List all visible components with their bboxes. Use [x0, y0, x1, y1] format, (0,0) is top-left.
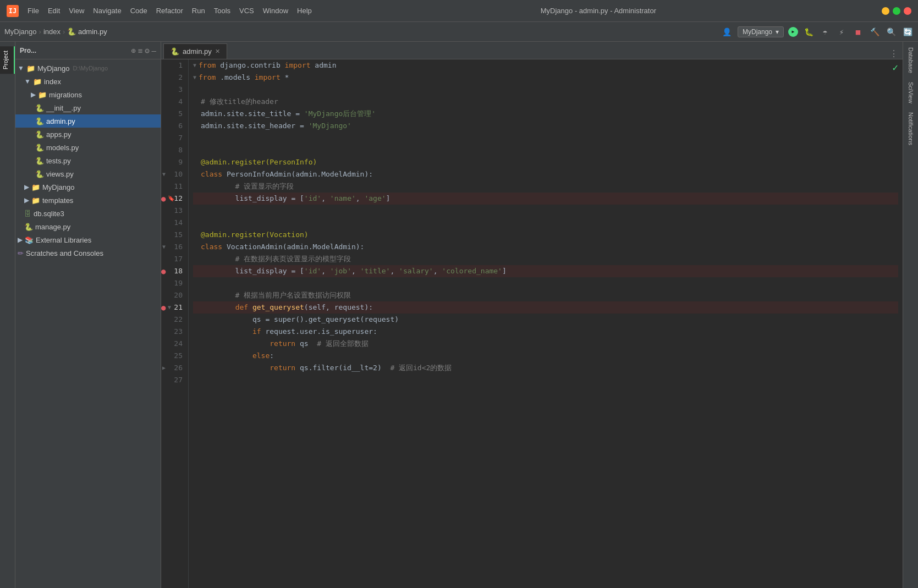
fold-icon-10[interactable]: ▼	[162, 168, 166, 180]
tree-item-templates[interactable]: ▶ 📁 templates	[15, 194, 161, 207]
token-s1: 'id'	[304, 265, 321, 277]
menu-code[interactable]: Code	[127, 6, 151, 16]
breadcrumb-file[interactable]: 🐍 admin.py	[67, 28, 107, 36]
collapse-icon[interactable]: —	[152, 46, 156, 55]
tree-item-manage[interactable]: 🐍 manage.py	[15, 220, 161, 233]
search-icon[interactable]: 🔍	[885, 26, 897, 38]
token-import: import	[285, 59, 311, 72]
close-button[interactable]	[904, 7, 911, 15]
code-line-15: @admin.register(Vocation)	[193, 229, 898, 241]
maximize-button[interactable]	[893, 7, 900, 15]
breadcrumb-sep2: ›	[63, 28, 65, 36]
run-button[interactable]	[788, 27, 798, 37]
tree-label-migrations: migrations	[49, 91, 82, 99]
fold-gutter-2: ▼	[193, 72, 196, 84]
token-plain: admin.site.site_header	[201, 120, 300, 132]
gear-icon[interactable]: ⚙	[145, 46, 149, 55]
profile2-icon[interactable]: ⚡	[835, 26, 848, 38]
breadcrumb-project[interactable]: MyDjango	[4, 28, 37, 36]
token-def: def	[235, 301, 248, 314]
sidebar-tab-project[interactable]: Project	[0, 46, 15, 74]
right-tab-database[interactable]: Database	[905, 44, 916, 76]
tree-item-index[interactable]: ▼ 📁 index	[15, 75, 161, 88]
folder-icon: 📁	[31, 183, 40, 191]
navbar-right: 👤 MyDjango ▾ 🐛 ☂ ⚡ ■ 🔨 🔍 🔄	[721, 26, 914, 38]
expand-icon: ▼	[24, 78, 31, 85]
line-num-27: 27	[161, 374, 183, 386]
tree-item-init[interactable]: 🐍 __init__.py	[15, 101, 161, 114]
stop-icon[interactable]: ■	[852, 26, 864, 38]
add-icon[interactable]: ⊕	[131, 46, 135, 55]
tree-item-views[interactable]: 🐍 views.py	[15, 167, 161, 180]
tree-item-migrations[interactable]: ▶ 📁 migrations	[15, 88, 161, 101]
py-file-icon: 🐍	[35, 104, 44, 112]
menu-run[interactable]: Run	[189, 6, 208, 16]
tree-label-db: db.sqlite3	[34, 210, 64, 218]
breakpoint-icon-12: ●	[161, 193, 166, 205]
code-line-17: # 在数据列表页设置显示的模型字段	[193, 253, 898, 265]
token-indent	[201, 326, 252, 338]
tree-item-models[interactable]: 🐍 models.py	[15, 141, 161, 154]
token-comment: # 设置显示的字段	[201, 180, 294, 193]
line-num-10: ▼ 10	[161, 168, 183, 180]
coverage-icon[interactable]: ☂	[819, 26, 831, 38]
minimize-button[interactable]	[882, 7, 889, 15]
debug-icon[interactable]: 🐛	[802, 26, 815, 38]
tree-item-mydjango2[interactable]: ▶ 📁 MyDjango	[15, 180, 161, 194]
token-string: 'MyDjango'	[309, 120, 351, 132]
code-content[interactable]: ▼ from django.contrib import admin ▼ fro…	[189, 59, 903, 588]
tab-file-icon: 🐍	[171, 47, 179, 56]
tree-label-scratches: Scratches and Consoles	[26, 249, 103, 257]
token-comma: ,	[321, 265, 330, 277]
code-line-5: admin.site.site_title = 'MyDjango后台管理'	[193, 108, 898, 120]
file-tree: ▼ 📁 MyDjango D:\MyDjango ▼ 📁 index ▶ 📁 m…	[15, 59, 161, 588]
menu-tools[interactable]: Tools	[211, 6, 234, 16]
fold-icon-26[interactable]: ▶	[162, 362, 166, 374]
update-icon[interactable]: 🔄	[901, 26, 914, 38]
token-indent	[201, 350, 252, 362]
line-num-22: 22	[161, 314, 183, 326]
breadcrumb-index[interactable]: index	[43, 28, 61, 36]
code-line-23: if request.user.is_superuser:	[193, 326, 898, 338]
code-line-22: qs = super().get_queryset(request)	[193, 314, 898, 326]
tree-item-scratches[interactable]: ✏ Scratches and Consoles	[15, 246, 161, 260]
token-comment: # 在数据列表页设置显示的模型字段	[201, 253, 351, 265]
fold-icon-21[interactable]: ▼	[168, 301, 171, 314]
menu-help[interactable]: Help	[294, 6, 315, 16]
folder-icon: 📁	[38, 91, 47, 99]
token-classname: VocationAdmin	[227, 241, 283, 253]
tab-overflow-button[interactable]: ⋮	[885, 48, 903, 59]
token-indent	[201, 362, 270, 374]
tree-item-extlibs[interactable]: ▶ 📚 External Libraries	[15, 233, 161, 246]
editor-tab-admin[interactable]: 🐍 admin.py ✕	[163, 43, 227, 59]
tree-label-apps: apps.py	[46, 130, 72, 139]
token-comma: ,	[321, 193, 330, 205]
menu-refactor[interactable]: Refactor	[153, 6, 186, 16]
build-icon[interactable]: 🔨	[868, 26, 881, 38]
menu-edit[interactable]: Edit	[45, 6, 63, 16]
menu-view[interactable]: View	[65, 6, 87, 16]
fold-icon-16[interactable]: ▼	[162, 241, 166, 253]
tree-item-tests[interactable]: 🐍 tests.py	[15, 154, 161, 167]
tree-item-apps[interactable]: 🐍 apps.py	[15, 128, 161, 141]
menu-file[interactable]: File	[24, 6, 42, 16]
right-tab-sciview[interactable]: SciView	[905, 79, 916, 107]
list-icon[interactable]: ≡	[138, 46, 142, 55]
line-num-26: ▶ 26	[161, 362, 183, 374]
profile-icon[interactable]: 👤	[721, 26, 733, 38]
menu-window[interactable]: Window	[260, 6, 292, 16]
bookmark-icon-12: 🔖	[168, 193, 174, 205]
token-eq: =	[295, 108, 304, 120]
menu-vcs[interactable]: VCS	[236, 6, 257, 16]
menu-navigate[interactable]: Navigate	[90, 6, 124, 16]
right-tab-notifications[interactable]: Notifications	[905, 109, 916, 149]
token-funcname: get_queryset	[252, 301, 304, 314]
tab-close-button[interactable]: ✕	[215, 48, 220, 55]
token-comment: # 修改title的header	[201, 96, 278, 108]
line-num-24: 24	[161, 338, 183, 350]
tree-item-root[interactable]: ▼ 📁 MyDjango D:\MyDjango	[15, 62, 161, 75]
token-plain: (admin.ModelAdmin):	[283, 241, 365, 253]
tree-item-db[interactable]: 🗄 db.sqlite3	[15, 207, 161, 220]
tree-item-admin[interactable]: 🐍 admin.py	[15, 114, 161, 128]
run-config-selector[interactable]: MyDjango ▾	[738, 26, 784, 37]
